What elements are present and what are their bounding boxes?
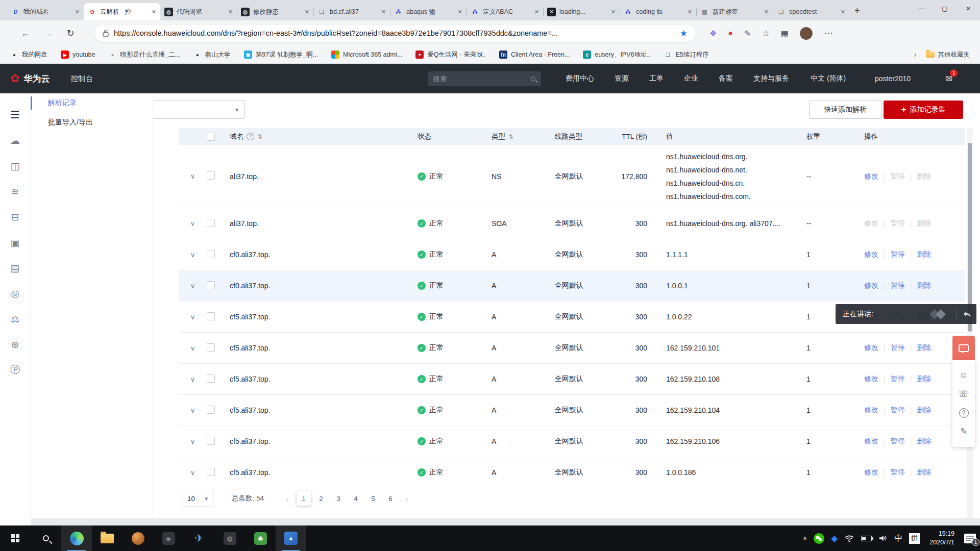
header-menu-item[interactable]: 支持与服务 — [753, 74, 789, 83]
rail-service-icon[interactable]: ≋ — [0, 179, 30, 204]
hamburger-menu-icon[interactable]: ☰ — [0, 102, 30, 128]
modify-link[interactable]: 修改 — [864, 374, 878, 384]
header-menu-item[interactable]: 备案 — [719, 74, 733, 83]
browser-tab[interactable]: D 我的域名 ✕ — [7, 3, 84, 20]
row-expand-icon[interactable]: ∨ — [179, 438, 207, 445]
pause-link[interactable]: 暂停 — [891, 374, 905, 384]
row-expand-icon[interactable]: ∨ — [179, 407, 207, 414]
tab-close-icon[interactable]: ✕ — [458, 9, 462, 15]
volume-icon[interactable] — [878, 534, 888, 542]
brand-name[interactable]: 华为云 — [23, 73, 50, 85]
back-button[interactable]: ← — [14, 28, 37, 39]
quick-add-resolution-button[interactable]: 快速添加解析 — [809, 101, 881, 119]
live-chat-button[interactable]: ⋯ — [952, 336, 975, 360]
taskbar-search-button[interactable] — [31, 525, 61, 551]
help-center-icon[interactable]: ? — [959, 408, 969, 418]
pause-link[interactable]: 暂停 — [891, 219, 905, 228]
page-number[interactable]: 4 — [349, 491, 363, 506]
taskbar-app[interactable]: ✈ — [184, 525, 214, 551]
reply-arrow-icon[interactable] — [962, 310, 971, 319]
delete-link[interactable]: 删除 — [917, 374, 931, 384]
modify-link[interactable]: 修改 — [864, 172, 878, 181]
row-checkbox[interactable] — [207, 250, 215, 258]
other-favorites[interactable]: 其他收藏夹 — [926, 51, 970, 59]
help-icon[interactable]: ? — [247, 133, 254, 140]
browser-tab[interactable]: ⁂ abaqus 输 ✕ — [390, 3, 467, 20]
tab-close-icon[interactable]: ✕ — [764, 9, 769, 15]
pause-link[interactable]: 暂停 — [891, 250, 905, 259]
browser-tab[interactable]: ✕ loading... ✕ — [543, 3, 620, 20]
start-button[interactable] — [0, 525, 31, 551]
tray-expand-icon[interactable]: ∧ — [802, 535, 807, 542]
browser-tab[interactable]: ◍ 修改静态 ✕ — [237, 3, 313, 20]
wifi-icon[interactable] — [844, 534, 854, 542]
tab-close-icon[interactable]: ✕ — [228, 9, 233, 15]
row-checkbox[interactable] — [207, 312, 215, 320]
tab-close-icon[interactable]: ✕ — [305, 9, 309, 15]
delete-link[interactable]: 删除 — [917, 437, 931, 446]
modify-link[interactable]: 修改 — [864, 343, 878, 353]
bookmark-item[interactable]: Microsoft 365 admi... — [331, 51, 402, 59]
page-number[interactable]: 6 — [383, 491, 398, 506]
bookmark-item[interactable]: ● 燕山大学 — [193, 51, 231, 59]
tab-close-icon[interactable]: ✕ — [75, 9, 80, 15]
row-expand-icon[interactable]: ∨ — [179, 220, 207, 228]
favorites-bar-icon[interactable]: ☆ — [762, 29, 769, 38]
row-checkbox[interactable] — [207, 219, 215, 227]
close-button[interactable]: ✕ — [957, 0, 980, 17]
bookmark-item[interactable]: e eusery、IPV6地址.. — [583, 51, 650, 59]
browser-tab[interactable]: ▦ 新建标签 ✕ — [696, 3, 773, 20]
taskbar-clock[interactable]: 15:19 2020/7/1 — [929, 530, 954, 547]
ime-indicator[interactable]: 中 — [894, 533, 902, 544]
row-checkbox[interactable] — [207, 281, 215, 289]
taskbar-app[interactable]: ◉ — [245, 525, 276, 551]
row-expand-icon[interactable]: ∨ — [179, 282, 207, 290]
sort-icon[interactable]: ⇅ — [508, 133, 513, 140]
select-all-checkbox[interactable] — [207, 133, 215, 141]
browser-tab[interactable]: ⁂ 定义ABAC ✕ — [467, 3, 543, 20]
rail-service-icon[interactable]: ▣ — [0, 230, 30, 255]
delete-link[interactable]: 删除 — [917, 250, 931, 259]
huawei-logo-icon[interactable]: ✿ — [10, 72, 19, 85]
page-number[interactable]: 3 — [331, 491, 346, 506]
header-menu-item[interactable]: 费用中心 — [566, 74, 594, 83]
bookmark-item[interactable]: ▣ 第97课 轧制教学_啊... — [244, 51, 318, 59]
rail-service-icon[interactable]: ▤ — [0, 255, 30, 281]
extension-icon[interactable]: ● — [728, 29, 733, 38]
header-search-input[interactable]: 搜索 — [428, 71, 541, 86]
sort-icon[interactable]: ⇅ — [257, 133, 262, 140]
modify-link[interactable]: 修改 — [864, 219, 878, 228]
taskbar-app[interactable]: ▲ — [276, 525, 306, 551]
bookmarks-overflow-icon[interactable]: › — [914, 51, 917, 59]
tab-close-icon[interactable]: ✕ — [611, 9, 616, 15]
page-number[interactable]: 1 — [297, 491, 311, 506]
bookmark-item[interactable]: ✦ 爱Q生活网 - 亮亮'bl.. — [415, 51, 486, 59]
account-menu[interactable]: poster2010 — [875, 74, 911, 83]
url-text[interactable]: https://console.huaweicloud.com/dns/?reg… — [114, 29, 676, 37]
extension-icon[interactable]: ✎ — [744, 29, 751, 38]
rail-service-icon[interactable]: ☁ — [0, 128, 30, 153]
row-checkbox[interactable] — [207, 406, 215, 414]
row-expand-icon[interactable]: ∨ — [179, 172, 207, 180]
rail-service-icon[interactable]: ◎ — [0, 281, 30, 306]
header-menu-item[interactable]: 资源 — [615, 74, 629, 83]
pause-link[interactable]: 暂停 — [891, 437, 905, 446]
tab-close-icon[interactable]: ✕ — [688, 9, 692, 15]
delete-link[interactable]: 删除 — [917, 281, 931, 290]
row-checkbox[interactable] — [207, 374, 215, 383]
modify-link[interactable]: 修改 — [864, 250, 878, 259]
wechat-tray-icon[interactable] — [814, 533, 824, 544]
browser-tab[interactable]: ❏ bd.cf.ali37 ✕ — [313, 3, 390, 20]
header-menu-item[interactable]: 工单 — [649, 74, 664, 83]
taskbar-app[interactable] — [122, 525, 153, 551]
taskbar-app[interactable] — [92, 525, 122, 551]
page-number[interactable]: 5 — [366, 491, 380, 506]
delete-link[interactable]: 删除 — [917, 406, 931, 415]
rail-service-icon[interactable]: ◫ — [0, 153, 30, 179]
bookmark-item[interactable]: ● 我的网盘 — [10, 51, 47, 59]
favorite-star-icon[interactable]: ★ — [680, 28, 688, 39]
browser-tab[interactable]: ✿ 云解析 - 控 ✕ — [84, 3, 160, 20]
bookmark-item[interactable]: fn Client Area - Freen... — [499, 51, 570, 59]
delete-link[interactable]: 删除 — [917, 219, 931, 228]
sidebar-nav-item[interactable]: 解析记录 — [31, 93, 153, 113]
